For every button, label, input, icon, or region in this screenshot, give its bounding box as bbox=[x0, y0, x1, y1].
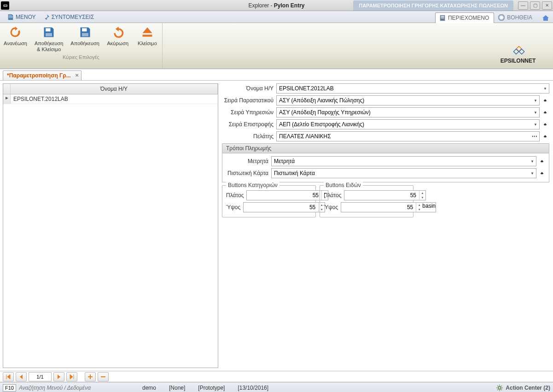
combo-cash-field[interactable] bbox=[272, 157, 529, 165]
tab-content[interactable]: ΠΕΡΙΕΧΟΜΕΝΟ bbox=[435, 12, 494, 23]
save-close-button[interactable]: Αποθήκευση & Κλείσιμο bbox=[31, 23, 67, 53]
pin-icon bbox=[43, 14, 50, 20]
save-icon bbox=[79, 26, 92, 39]
input-computer-name[interactable]: ▼ bbox=[276, 83, 549, 94]
contextual-ribbon-tab[interactable]: ΠΑΡΑΜΕΤΡΟΠΟΙΗΣΗ ΓΡΗΓΟΡΗΣ ΚΑΤΑΧΩΡΗΣΗΣ ΠΩΛ… bbox=[353, 0, 513, 11]
svg-rect-11 bbox=[516, 46, 521, 51]
close-window-button[interactable]: ✕ bbox=[542, 1, 552, 10]
cancel-label: Ακύρωση bbox=[107, 41, 129, 47]
body-area: Όνομα Η/Υ ▸ EPSILONET.2012LAB Όνομα Η/Υ … bbox=[0, 80, 553, 371]
spin-up-icon[interactable]: ▲ bbox=[416, 203, 422, 207]
combo-svc-series-field[interactable] bbox=[277, 108, 532, 117]
dropdown-icon[interactable]: ▼ bbox=[532, 99, 539, 103]
status-bar: F10 demo [None] [Prototype] [13/10/2016]… bbox=[0, 382, 553, 392]
title-bar: ▭ Explorer - Pylon Entry ΠΑΡΑΜΕΤΡΟΠΟΙΗΣΗ… bbox=[0, 0, 553, 11]
spin-up-icon[interactable]: ▲ bbox=[419, 191, 425, 195]
spinner-items-width-field[interactable] bbox=[344, 191, 419, 200]
tab-content-label: ΠΕΡΙΕΧΟΜΕΝΟ bbox=[448, 15, 489, 21]
search-input[interactable] bbox=[19, 385, 111, 391]
cancel-button[interactable]: Ακύρωση bbox=[103, 23, 133, 53]
eraser-icon[interactable] bbox=[541, 121, 549, 128]
eraser-icon[interactable] bbox=[538, 158, 546, 164]
logo: EPSILONNET bbox=[490, 46, 546, 66]
close-button[interactable]: Κλείσιμο bbox=[133, 23, 162, 53]
save-icon bbox=[42, 26, 55, 39]
input-computer-name-field[interactable] bbox=[277, 84, 541, 93]
dropdown-icon[interactable]: ▼ bbox=[529, 159, 536, 164]
row-indicator-icon: ▸ bbox=[3, 94, 11, 104]
combo-card-field[interactable] bbox=[272, 169, 529, 177]
lookup-customer[interactable]: ⋯ bbox=[276, 131, 540, 141]
lookup-button[interactable]: ⋯ bbox=[530, 133, 539, 140]
row-cell-name[interactable]: EPSILONET.2012LAB bbox=[11, 94, 218, 104]
eraser-icon[interactable] bbox=[538, 170, 546, 176]
menu-main[interactable]: ΜΕΝΟΥ bbox=[4, 13, 40, 21]
nav-prev-button[interactable] bbox=[16, 372, 27, 381]
action-center-label: Action Center (2) bbox=[506, 385, 550, 391]
combo-doc-series[interactable]: ▼ bbox=[276, 95, 540, 105]
action-center[interactable]: Action Center (2) bbox=[496, 385, 550, 391]
payment-section-body: Μετρητά ▼ Πιστωτική Κάρτα ▼ bbox=[222, 153, 549, 182]
group-categories-title: Buttons Κατηγοριών bbox=[226, 182, 279, 188]
spinner-cat-height-field[interactable] bbox=[244, 203, 318, 212]
spin-down-icon[interactable]: ▼ bbox=[416, 207, 422, 212]
spinner-cat-height[interactable]: ▲▼ bbox=[243, 202, 325, 212]
nav-last-button[interactable] bbox=[66, 372, 77, 381]
grid-column-name[interactable]: Όνομα Η/Υ bbox=[11, 84, 218, 94]
dropdown-icon[interactable]: ▼ bbox=[541, 87, 549, 91]
home-icon[interactable] bbox=[542, 14, 549, 23]
table-row[interactable]: ▸ EPSILONET.2012LAB bbox=[3, 94, 218, 104]
ribbon: Ανανέωση Αποθήκευση & Κλείσιμο Αποθήκευσ… bbox=[0, 23, 553, 69]
f10-badge[interactable]: F10 bbox=[3, 384, 16, 392]
combo-svc-series[interactable]: ▼ bbox=[276, 107, 540, 117]
eraser-icon[interactable] bbox=[541, 133, 549, 140]
nav-remove-button[interactable] bbox=[98, 372, 109, 381]
group-buttons-items: Buttons Ειδών Πλάτος ▲▼ Ύψος ▲▼ basin bbox=[320, 185, 413, 217]
maximize-button[interactable]: ▢ bbox=[530, 1, 540, 10]
grid-body[interactable]: ▸ EPSILONET.2012LAB bbox=[3, 94, 218, 368]
combo-doc-series-field[interactable] bbox=[277, 96, 532, 105]
dropdown-icon[interactable]: ▼ bbox=[532, 123, 539, 127]
spinner-cat-width[interactable]: ▲▼ bbox=[246, 190, 328, 200]
document-tab-active[interactable]: *Παραμετροποίηση Γρ... ✕ bbox=[3, 70, 81, 80]
save-button[interactable]: Αποθήκευση bbox=[67, 23, 103, 53]
nav-next-button[interactable] bbox=[53, 372, 64, 381]
title-app: Pylon Entry bbox=[274, 2, 305, 9]
tab-help[interactable]: ΒΟΗΘΕΙΑ bbox=[494, 12, 537, 23]
spinner-items-height[interactable]: ▲▼ basin bbox=[341, 202, 436, 212]
label-cash: Μετρητά bbox=[225, 158, 271, 164]
eraser-icon[interactable] bbox=[541, 97, 549, 104]
save-label: Αποθήκευση bbox=[70, 41, 99, 47]
spinner-items-height-field[interactable] bbox=[341, 203, 416, 212]
grid-row-indicator-header bbox=[3, 84, 11, 94]
nav-add-button[interactable] bbox=[85, 372, 96, 381]
refresh-icon bbox=[9, 26, 22, 39]
combo-cash[interactable]: ▼ bbox=[271, 156, 536, 166]
svg-point-16 bbox=[498, 386, 501, 389]
status-mode: [Prototype] bbox=[194, 384, 228, 392]
label-cat-width: Πλάτος bbox=[226, 192, 246, 199]
left-grid: Όνομα Η/Υ ▸ EPSILONET.2012LAB bbox=[3, 83, 218, 368]
nav-first-button[interactable] bbox=[3, 372, 14, 381]
dropdown-icon[interactable]: ▼ bbox=[532, 111, 539, 115]
eraser-icon[interactable] bbox=[541, 109, 549, 116]
combo-return-series[interactable]: ▼ bbox=[276, 119, 540, 129]
spinner-cat-width-field[interactable] bbox=[247, 191, 321, 200]
document-tab-close-icon[interactable]: ✕ bbox=[75, 73, 79, 78]
svg-rect-12 bbox=[513, 49, 518, 54]
nav-page-indicator[interactable]: 1/1 bbox=[29, 372, 52, 381]
save-close-label: Αποθήκευση & Κλείσιμο bbox=[35, 41, 63, 53]
combo-return-series-field[interactable] bbox=[277, 120, 532, 129]
lookup-customer-field[interactable] bbox=[277, 132, 530, 140]
combo-card[interactable]: ▼ bbox=[271, 168, 536, 178]
spin-down-icon[interactable]: ▼ bbox=[419, 195, 425, 200]
menu-shortcuts[interactable]: ΣΥΝΤΟΜΕΥΣΕΙΣ bbox=[40, 13, 98, 21]
menu-main-label: ΜΕΝΟΥ bbox=[16, 14, 36, 20]
svg-text:EPSILONNET: EPSILONNET bbox=[501, 58, 536, 64]
dropdown-icon[interactable]: ▼ bbox=[529, 171, 536, 176]
minimize-button[interactable]: — bbox=[518, 1, 528, 10]
menu-bar: ΜΕΝΟΥ ΣΥΝΤΟΜΕΥΣΕΙΣ ΠΕΡΙΕΧΟΜΕΝΟ ΒΟΗΘΕΙΑ bbox=[0, 11, 553, 23]
spinner-items-width[interactable]: ▲▼ bbox=[344, 190, 426, 200]
close-label: Κλείσιμο bbox=[138, 41, 157, 47]
refresh-button[interactable]: Ανανέωση bbox=[0, 23, 31, 53]
